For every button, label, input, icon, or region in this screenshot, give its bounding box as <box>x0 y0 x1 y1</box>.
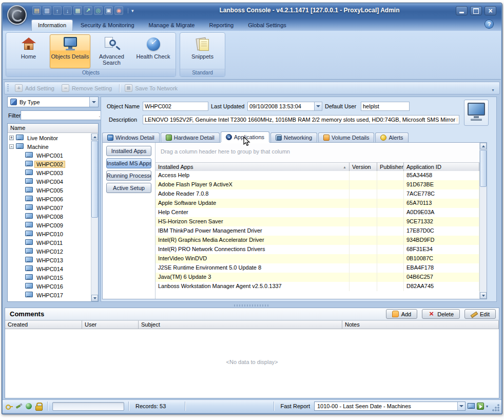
horizontal-splitter[interactable] <box>4 303 500 308</box>
column-header-user[interactable]: User <box>82 320 139 329</box>
scroll-down-icon[interactable] <box>480 292 487 299</box>
resize-grip-icon[interactable] <box>492 404 500 412</box>
scroll-up-icon[interactable] <box>480 143 487 149</box>
ribbon-button-snippets[interactable]: Snippets <box>182 34 223 68</box>
delete-button[interactable]: Delete <box>422 309 460 319</box>
table-row[interactable]: Java(TM) 6 Update 304B6C257 <box>156 273 479 282</box>
ribbon-button-health-check[interactable]: Health Check <box>133 34 173 68</box>
tree-item-whpc002[interactable]: WHPC002 <box>8 160 91 168</box>
tree-item-whpc007[interactable]: WHPC007 <box>8 203 91 212</box>
tree-item-whpc003[interactable]: WHPC003 <box>8 168 91 177</box>
description-input[interactable] <box>143 115 459 124</box>
scroll-thumb[interactable] <box>480 150 487 187</box>
tab-manage-migrate[interactable]: Manage & Migrate <box>142 20 202 31</box>
tree-item-whpc004[interactable]: WHPC004 <box>8 177 91 186</box>
tab-global-settings[interactable]: Global Settings <box>241 20 293 31</box>
tree-item-whpc008[interactable]: WHPC008 <box>8 212 91 221</box>
column-header-installed-apps[interactable]: Installed Apps▲ <box>156 162 350 171</box>
table-row[interactable]: Apple Software Update65A70113 <box>156 199 479 208</box>
export-icon[interactable] <box>477 403 484 410</box>
tree-item-whpc017[interactable]: WHPC017 <box>8 291 91 299</box>
subtab-installed-apps[interactable]: Installed Apps <box>106 146 151 156</box>
add-button[interactable]: Add <box>386 309 418 319</box>
table-row[interactable]: J2SE Runtime Environment 5.0 Update 8EBA… <box>156 263 479 273</box>
fast-report-combo[interactable]: 1010-00 - Last Seen Date - Machines <box>314 402 466 411</box>
scroll-thumb[interactable] <box>91 141 98 218</box>
printer-icon[interactable] <box>104 6 113 15</box>
maximize-button[interactable] <box>470 6 482 15</box>
tree-item-whpc016[interactable]: WHPC016 <box>8 282 91 291</box>
grid-scrollbar[interactable] <box>479 143 487 299</box>
table-row[interactable]: Access Help85A34458 <box>156 171 479 180</box>
toolbar-button-remove-setting[interactable]: Remove Setting <box>59 83 117 93</box>
app-menu-button[interactable] <box>7 5 27 25</box>
brush-icon[interactable] <box>15 403 23 410</box>
tab-applications[interactable]: Applications <box>221 131 269 142</box>
tree-item-whpc005[interactable]: WHPC005 <box>8 186 91 195</box>
tree-item-whpc014[interactable]: WHPC014 <box>8 264 91 273</box>
table-row[interactable]: InterVideo WinDVD0B10087C <box>156 254 479 263</box>
tree-item-whpc010[interactable]: WHPC010 <box>8 230 91 238</box>
tab-volume-details[interactable]: Volume Details <box>318 132 374 142</box>
expander-icon[interactable]: + <box>9 136 14 140</box>
default-user-input[interactable] <box>361 102 410 111</box>
close-button[interactable] <box>484 6 496 15</box>
globe-icon[interactable] <box>94 6 103 15</box>
globe-icon[interactable] <box>25 403 32 410</box>
ribbon-button-objects-details[interactable]: Objects Details <box>50 34 90 68</box>
column-header-version[interactable]: Version <box>350 162 377 171</box>
tab-hardware-detail[interactable]: Hardware Detail <box>161 132 220 142</box>
tree-column-header[interactable]: Name <box>8 124 98 133</box>
help-icon[interactable] <box>485 20 493 28</box>
tree-item-whpc009[interactable]: WHPC009 <box>8 221 91 230</box>
table-row[interactable]: Intel(R) Graphics Media Accelerator Driv… <box>156 236 479 245</box>
toolbar-button-add-setting[interactable]: Add Setting <box>12 83 59 93</box>
table-icon[interactable] <box>73 6 82 15</box>
filter-input[interactable] <box>21 111 97 119</box>
table-row[interactable]: IBM ThinkPad Power Management Driver17E8… <box>156 226 479 236</box>
tab-windows-detail[interactable]: Windows Detail <box>102 132 160 142</box>
subtab-running-processes[interactable]: Running Processes <box>106 170 151 181</box>
tree-item-machine[interactable]: -Machine <box>8 142 91 151</box>
subtab-active-setup[interactable]: Active Setup <box>106 183 151 193</box>
table-row[interactable]: Adobe Reader 7.0.87ACE778C <box>156 189 479 199</box>
tab-reporting[interactable]: Reporting <box>202 20 240 31</box>
tab-information[interactable]: Information <box>31 20 73 31</box>
export-icon[interactable] <box>84 6 92 15</box>
view-type-combo[interactable]: By Type <box>7 97 99 107</box>
ribbon-button-advanced-search[interactable]: Advanced Search <box>91 34 132 68</box>
tree-item-whpc013[interactable]: WHPC013 <box>8 256 91 264</box>
tree-item-whpc012[interactable]: WHPC012 <box>8 247 91 256</box>
edit-button[interactable]: Edit <box>464 309 496 319</box>
table-row[interactable]: HS-Horizon Screen Saver9CE71332 <box>156 217 479 226</box>
qat-customize-chevron[interactable]: ▾ <box>128 8 134 13</box>
object-name-input[interactable] <box>143 102 208 111</box>
scroll-down-icon[interactable] <box>91 295 98 301</box>
table-row[interactable]: Lanboss Workstation Manager Agent v2.5.0… <box>156 282 479 291</box>
table-row[interactable]: Intel(R) PRO Network Connections Drivers… <box>156 245 479 254</box>
sort-desc-icon[interactable] <box>63 6 72 15</box>
tree-item-whpc011[interactable]: WHPC011 <box>8 238 91 247</box>
column-header-notes[interactable]: Notes <box>342 320 499 329</box>
expander-icon[interactable]: - <box>9 144 14 149</box>
shutdown-icon[interactable] <box>114 6 123 15</box>
report-icon[interactable] <box>43 6 51 15</box>
toolbar-grip[interactable] <box>7 84 9 92</box>
lock-icon[interactable] <box>35 403 42 410</box>
export-dropdown-icon[interactable] <box>486 404 488 409</box>
report-icon[interactable] <box>468 403 475 410</box>
view-type-dropdown-arrow[interactable] <box>89 97 98 107</box>
fast-report-dropdown-arrow[interactable] <box>457 402 465 410</box>
table-row[interactable]: Help CenterA0D9E03A <box>156 208 479 217</box>
tree-item-whpc001[interactable]: WHPC001 <box>8 151 91 160</box>
tree-scrollbar[interactable] <box>91 133 98 301</box>
scroll-up-icon[interactable] <box>91 133 98 140</box>
ribbon-button-home[interactable]: Home <box>8 34 49 68</box>
table-row[interactable]: Adobe Flash Player 9 ActiveX91D673BE <box>156 180 479 189</box>
last-updated-combo[interactable] <box>247 102 322 111</box>
minimize-button[interactable] <box>456 6 468 15</box>
tree-item-whpc015[interactable]: WHPC015 <box>8 273 91 282</box>
folder-icon[interactable] <box>32 6 41 15</box>
tab-networking[interactable]: Networking <box>270 132 317 142</box>
toolbar-overflow-button[interactable] <box>489 83 497 93</box>
